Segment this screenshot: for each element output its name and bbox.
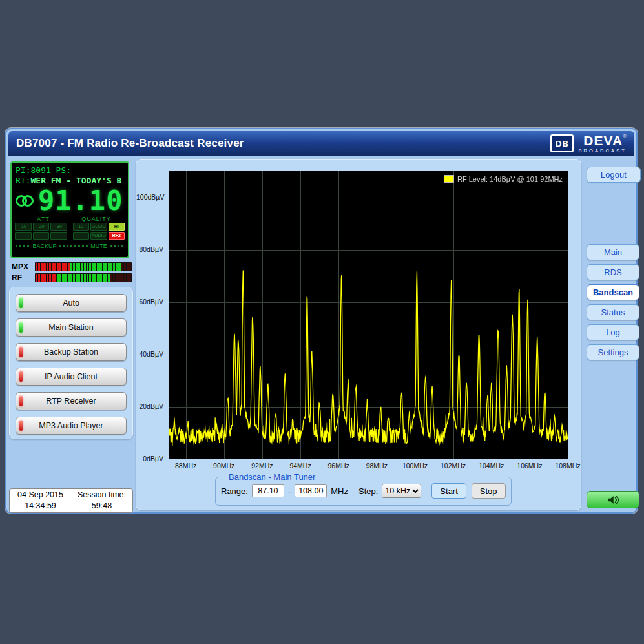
meter-segment — [73, 274, 75, 282]
y-tick-label: 100dBµV — [136, 193, 163, 201]
bandscan-panel: 0dBµV20dBµV40dBµV60dBµV80dBµV100dBµV RF … — [136, 159, 581, 510]
lcd-display: PI:8091 PS: RT:WER FM - TODAY'S B 91.10 … — [10, 161, 129, 258]
rtp-receiver-button-label: RTP Receiver — [46, 397, 96, 406]
range-from-input[interactable] — [252, 484, 284, 497]
main-station-button[interactable]: Main Station — [16, 318, 127, 337]
rtp-receiver-button[interactable]: RTP Receiver — [16, 392, 127, 410]
backup-station-button[interactable]: Backup Station — [16, 343, 127, 361]
meter-segment — [52, 274, 54, 282]
meter-segment — [57, 263, 59, 271]
indicator-cell: RF2 — [109, 232, 125, 240]
meter-segment — [78, 263, 80, 271]
main-station-button-label: Main Station — [48, 323, 93, 332]
bandscan-controls: Bandscan - Main Tuner Range: - MHz Step:… — [215, 472, 512, 506]
meter-segment — [110, 263, 112, 271]
ip-audio-client-button[interactable]: IP Audio Client — [16, 368, 127, 386]
indicator-cell: AUDIO — [90, 232, 107, 240]
att-quality-indicators: -10-20-3010GOODHI — [12, 222, 128, 231]
nav-main[interactable]: Main — [587, 244, 639, 260]
stop-button[interactable]: Stop — [472, 483, 506, 499]
meter-segment — [118, 274, 120, 282]
mpx-meter-bar — [35, 262, 132, 271]
session-time-label: Session time: — [71, 490, 132, 501]
meter-segment — [87, 263, 88, 271]
att-quality-labels: ATT QUALITY — [12, 215, 128, 222]
meter-segment — [118, 263, 120, 271]
y-tick-label: 0dBµV — [136, 455, 163, 462]
spectrum-canvas — [169, 171, 568, 459]
stereo-icon — [14, 192, 35, 209]
time-text: 14:34:59 — [10, 501, 71, 512]
meter-segment — [43, 263, 45, 271]
speaker-icon — [607, 495, 619, 505]
x-tick-label: 100MHz — [395, 462, 434, 470]
range-to-input[interactable] — [295, 484, 327, 497]
frequency-row: 91.10 — [12, 185, 128, 215]
registered-mark: ® — [623, 133, 627, 139]
session-time-value: 59:48 — [71, 501, 132, 512]
nav-settings[interactable]: Settings — [587, 344, 639, 360]
range-unit: MHz — [331, 486, 348, 496]
meter-segment — [65, 263, 67, 271]
speaker-button[interactable] — [587, 491, 639, 508]
mp3-audio-player-button[interactable]: MP3 Audio Player — [16, 417, 127, 435]
meter-segment — [43, 274, 45, 282]
frequency-display: 91.10 — [38, 187, 123, 214]
rf-meter: RF — [12, 273, 132, 282]
meter-segment — [59, 263, 61, 271]
x-tick-label: 106MHz — [510, 462, 549, 470]
meter-segment — [108, 263, 110, 271]
red-led-indicator — [19, 396, 23, 406]
meter-segment — [103, 263, 105, 271]
y-tick-label: 40dBµV — [136, 350, 163, 358]
x-tick-label: 94MHz — [281, 462, 320, 470]
red-led-indicator — [19, 421, 23, 431]
nav-rds[interactable]: RDS — [587, 264, 639, 280]
auto-button[interactable]: Auto — [16, 294, 127, 312]
indicator-cell: -10 — [15, 223, 32, 231]
meter-segment — [52, 263, 54, 271]
date-time-column: 04 Sep 2015 14:34:59 — [10, 490, 71, 512]
pi-ps-line: PI:8091 PS: — [12, 163, 128, 175]
x-axis-labels: 88MHz90MHz92MHz94MHz96MHz98MHz100MHz102M… — [169, 462, 568, 472]
meter-segment — [105, 263, 107, 271]
rt-text: WER FM - TODAY'S B — [30, 176, 121, 185]
logout-button[interactable]: Logout — [587, 167, 641, 183]
meter-segment — [92, 274, 94, 282]
step-label: Step: — [358, 486, 378, 496]
indicator-cell: 10 — [73, 223, 90, 231]
meter-segment — [116, 274, 118, 282]
step-select[interactable]: 10 kHz — [382, 484, 421, 498]
backup-label: BACKUP — [32, 243, 56, 249]
meter-segment — [99, 263, 101, 271]
nav-log[interactable]: Log — [587, 324, 639, 340]
att-label: ATT — [17, 216, 70, 222]
nav-bandscan[interactable]: Bandscan — [587, 284, 639, 300]
meter-segment — [81, 263, 83, 271]
mp3-audio-player-button-label: MP3 Audio Player — [39, 421, 103, 430]
nav-menu: MainRDSBandscanStatusLogSettings — [587, 244, 639, 360]
ip-audio-client-button-label: IP Audio Client — [45, 372, 98, 381]
meter-segment — [36, 274, 37, 282]
meter-segment — [38, 274, 40, 282]
meter-segment — [124, 274, 126, 282]
deva-logo-subtitle: BROADCAST — [578, 149, 627, 154]
meter-segment — [47, 263, 48, 271]
start-button[interactable]: Start — [431, 483, 466, 499]
meter-segment — [47, 274, 48, 282]
meter-segment — [76, 274, 78, 282]
range-label: Range: — [221, 486, 248, 496]
nav-status[interactable]: Status — [587, 304, 639, 320]
controls-row: Range: - MHz Step: 10 kHz Start Stop — [221, 483, 506, 499]
red-led-indicator — [19, 371, 23, 382]
meter-segment — [87, 274, 88, 282]
x-tick-label: 88MHz — [167, 462, 205, 470]
meter-segment — [103, 274, 105, 282]
green-led-indicator — [19, 298, 23, 308]
y-tick-label: 60dBµV — [136, 298, 163, 306]
mpx-meter: MPX — [12, 262, 132, 271]
x-tick-label: 90MHz — [205, 462, 244, 470]
rt-prefix: RT: — [16, 176, 30, 185]
meter-segment — [94, 263, 96, 271]
meter-segment — [129, 263, 131, 271]
